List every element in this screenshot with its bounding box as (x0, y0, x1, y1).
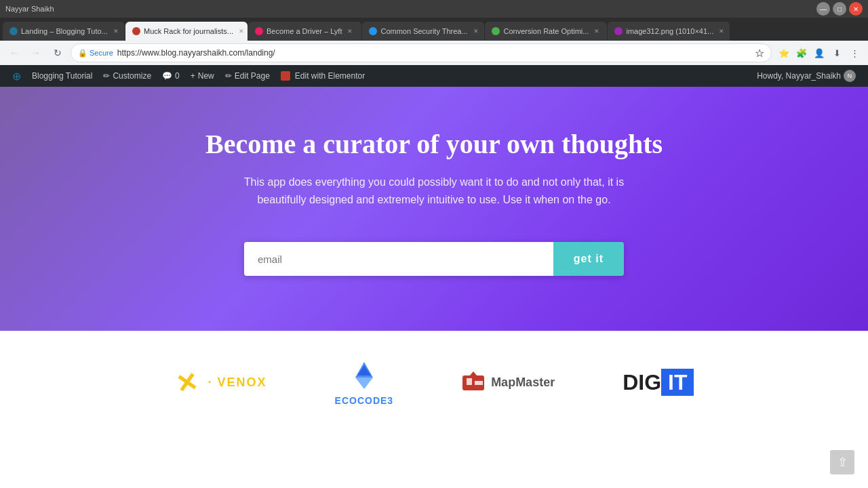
new-icon: + (191, 71, 195, 81)
logo-mapmaster: MapMaster (461, 370, 555, 394)
wp-admin-right: Howdy, Nayyar_Shaikh N (751, 65, 861, 87)
scroll-to-top-button[interactable]: ⇧ (830, 450, 854, 474)
tab-favicon-image (614, 27, 623, 35)
elementor-icon (281, 71, 290, 81)
extensions-icon[interactable]: 🧩 (793, 45, 810, 61)
browser-nav-icons: ⭐ 🧩 👤 ⬇ ⋮ (776, 45, 863, 61)
tab-favicon-landing (9, 27, 18, 35)
tab-label-security: Common Security Threa... (380, 27, 467, 35)
mapmaster-icon (461, 370, 486, 394)
edit-page-icon: ✏ (225, 71, 232, 81)
tab-close-landing[interactable]: ✕ (111, 26, 121, 36)
profile-icon[interactable]: 👤 (811, 45, 827, 61)
tab-label-image: image312.png (1010×41... (626, 27, 713, 35)
email-form: get it (244, 242, 624, 276)
close-button[interactable]: ✕ (849, 2, 863, 16)
tab-favicon-lyft (255, 27, 263, 35)
admin-avatar: N (844, 70, 856, 82)
reload-button[interactable]: ↻ (49, 44, 66, 62)
edit-page-label: Edit Page (235, 71, 270, 81)
page-content: Become a curator of your own thoughts Th… (0, 87, 868, 488)
venox-text: · VENOX (208, 375, 267, 390)
wp-admin-bar: ⊕ Blogging Tutorial ✏ Customize 💬 0 + Ne… (0, 65, 868, 87)
window-controls: — □ ✕ (816, 2, 863, 16)
logos-section: ✕ · VENOX ECOCODE3 (0, 331, 868, 433)
tab-favicon-security (369, 27, 377, 35)
svg-text:✕: ✕ (174, 367, 200, 397)
lock-icon: 🔒 (78, 49, 87, 58)
wp-comments[interactable]: 💬 0 (157, 65, 185, 87)
customize-label: Customize (113, 71, 151, 81)
logo-digit: DIG IT (623, 369, 694, 396)
address-input[interactable] (117, 48, 751, 58)
bookmark-icon[interactable]: ⭐ (776, 45, 792, 61)
wp-logo-item[interactable]: ⊕ (7, 65, 26, 87)
forward-button[interactable]: → (27, 44, 45, 62)
address-bar[interactable]: 🔒 Secure ☆ (71, 43, 772, 62)
wp-logo-icon: ⊕ (12, 70, 21, 83)
tab-landing[interactable]: Landing – Blogging Tuto... ✕ (3, 22, 125, 41)
digit-box-it: IT (661, 369, 694, 396)
howdy-text: Howdy, Nayyar_Shaikh (757, 71, 841, 81)
minimize-button[interactable]: — (816, 2, 830, 16)
elementor-label: Edit with Elementor (295, 71, 365, 81)
download-icon[interactable]: ⬇ (829, 45, 845, 61)
settings-icon[interactable]: ⋮ (846, 45, 863, 61)
ecocode-logo-wrap: ECOCODE3 (335, 359, 394, 406)
digit-text-dig: DIG (623, 370, 661, 395)
wp-howdy[interactable]: Howdy, Nayyar_Shaikh N (751, 65, 861, 87)
tab-close-muckrack[interactable]: ✕ (237, 26, 246, 36)
hero-title: Become a curator of your own thoughts (205, 128, 663, 160)
email-input[interactable] (244, 242, 553, 276)
new-label: New (198, 71, 214, 81)
tab-security[interactable]: Common Security Threa... ✕ (362, 22, 484, 41)
maximize-button[interactable]: □ (833, 2, 846, 16)
browser-title-text: Nayyar Shaikh (5, 5, 54, 13)
site-name-label: Blogging Tutorial (32, 71, 92, 81)
tab-favicon-conversion (492, 27, 500, 35)
secure-label: Secure (90, 49, 113, 57)
navigation-bar: ← → ↻ 🔒 Secure ☆ ⭐ 🧩 👤 ⬇ ⋮ (0, 41, 868, 65)
secure-badge: 🔒 Secure (78, 49, 113, 58)
tab-favicon-muckrack (132, 27, 140, 35)
hero-section: Become a curator of your own thoughts Th… (0, 87, 868, 331)
wp-edit-page[interactable]: ✏ Edit Page (220, 65, 275, 87)
wp-new[interactable]: + New (185, 65, 220, 87)
mapmaster-logo-wrap: MapMaster (461, 370, 555, 394)
logo-venox: ✕ · VENOX (174, 367, 267, 397)
tab-close-conversion[interactable]: ✕ (592, 26, 601, 36)
comments-icon: 💬 (162, 71, 172, 81)
wp-customize[interactable]: ✏ Customize (98, 65, 157, 87)
wp-edit-elementor[interactable]: Edit with Elementor (275, 65, 370, 87)
customize-icon: ✏ (103, 71, 110, 81)
tab-muckrack[interactable]: Muck Rack for journalists... ✕ (125, 22, 248, 41)
digit-logo-wrap: DIG IT (623, 369, 694, 396)
ecocode-text: ECOCODE3 (335, 395, 394, 406)
wp-site-name[interactable]: Blogging Tutorial (26, 65, 98, 87)
svg-rect-7 (475, 381, 483, 385)
tab-lyft[interactable]: Become a Driver – Lyft ✕ (248, 22, 361, 41)
hero-subtitle: This app does everything you could possi… (237, 174, 631, 208)
comments-count: 0 (175, 71, 180, 81)
tab-image[interactable]: image312.png (1010×41... ✕ (608, 22, 730, 41)
tab-label-landing: Landing – Blogging Tuto... (21, 27, 108, 35)
svg-rect-6 (467, 378, 472, 385)
tab-label-lyft: Become a Driver – Lyft (267, 27, 342, 35)
tab-close-lyft[interactable]: ✕ (345, 26, 355, 36)
tab-conversion[interactable]: Conversion Rate Optimi... ✕ (485, 22, 607, 41)
venox-icon: ✕ (174, 367, 204, 397)
tab-close-security[interactable]: ✕ (471, 26, 481, 36)
ecocode-icon (347, 359, 381, 392)
venox-logo-wrap: ✕ · VENOX (174, 367, 267, 397)
back-button[interactable]: ← (5, 44, 23, 62)
tab-bar: Landing – Blogging Tuto... ✕ Muck Rack f… (0, 18, 868, 41)
tab-label-conversion: Conversion Rate Optimi... (503, 27, 589, 35)
star-icon[interactable]: ☆ (755, 47, 764, 60)
logo-ecocode: ECOCODE3 (335, 359, 394, 406)
tab-label-muckrack: Muck Rack for journalists... (144, 27, 233, 35)
mapmaster-text: MapMaster (491, 375, 555, 390)
svg-marker-3 (355, 378, 373, 389)
browser-title-bar: Nayyar Shaikh — □ ✕ (0, 0, 868, 18)
get-it-button[interactable]: get it (553, 242, 624, 276)
tab-close-image[interactable]: ✕ (717, 26, 726, 36)
